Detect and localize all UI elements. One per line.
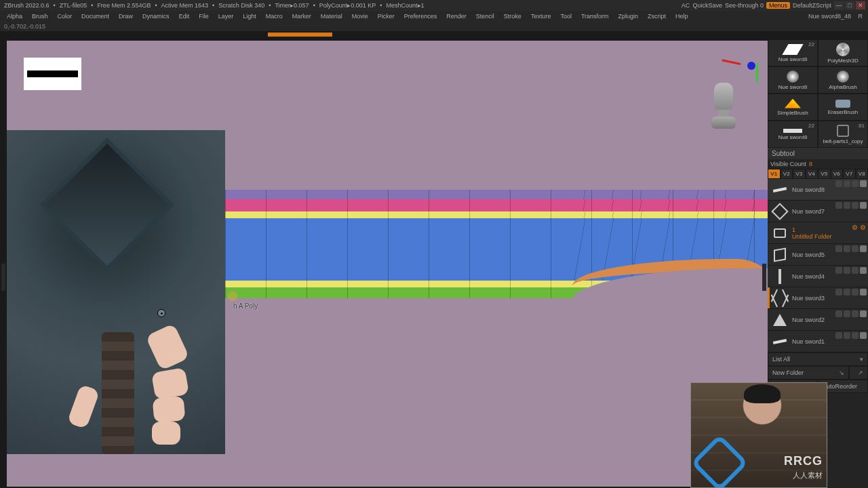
visible-count-row: Visible Count 8	[768, 159, 868, 169]
title-right: AC QuickSave See-through 0 Menus Default…	[682, 1, 865, 9]
subtool-item[interactable]: Nue sword2	[768, 309, 868, 331]
menu-transform[interactable]: Transform	[577, 12, 613, 20]
subtool-item[interactable]: Nue sword5	[768, 244, 868, 266]
menu-document[interactable]: Document	[77, 12, 113, 20]
list-all-button[interactable]: List All▾	[768, 352, 868, 366]
mesh-blade[interactable]: h A Poly	[225, 190, 768, 298]
eye-icon[interactable]	[860, 202, 867, 209]
scratch-disk: Scratch Disk 340	[217, 2, 266, 9]
subtool-folder[interactable]: 1Untitled Folder⚙⚙	[768, 222, 868, 244]
subtool-panel-title[interactable]: Subtool	[768, 148, 868, 159]
menu-preferences[interactable]: Preferences	[400, 12, 441, 20]
menu-movie[interactable]: Movie	[348, 12, 372, 20]
brush-cursor-icon	[157, 309, 165, 317]
eye-icon[interactable]	[860, 289, 867, 296]
menu-help[interactable]: Help	[671, 12, 692, 20]
brush-slot-4[interactable]: SimpleBrush	[768, 94, 818, 121]
axis-gizmo[interactable]	[722, 58, 755, 85]
brush-label: Nue sword8	[778, 56, 808, 62]
menu-file[interactable]: File	[195, 12, 213, 20]
folder-extra-button[interactable]: ↗	[849, 366, 868, 380]
tool-header[interactable]: Nue sword8_48 R	[806, 13, 865, 20]
blade-icon	[782, 44, 803, 55]
brush-slot-2[interactable]: Nue sword8	[768, 66, 818, 94]
subtool-item[interactable]: Nue sword7	[768, 201, 868, 222]
eye-icon[interactable]	[860, 245, 867, 252]
left-tray-handle[interactable]	[1, 264, 5, 291]
new-folder-button[interactable]: New Folder↘	[768, 366, 849, 380]
right-tray-handle[interactable]	[762, 264, 766, 291]
subtool-thumb-icon	[773, 338, 787, 344]
axis-z-icon	[747, 62, 755, 70]
menu-zscript[interactable]: Zscript	[644, 12, 670, 20]
spotlight-reference[interactable]	[7, 130, 225, 454]
top-shelf	[0, 31, 868, 39]
subtool-item[interactable]: Nue sword8	[768, 179, 868, 201]
vis-tab-v2[interactable]: V2	[781, 169, 793, 179]
subtool-name: Nue sword8	[792, 186, 868, 193]
menu-material[interactable]: Material	[317, 12, 347, 20]
menu-macro[interactable]: Macro	[262, 12, 287, 20]
menu-render[interactable]: Render	[442, 12, 471, 20]
menu-dynamics[interactable]: Dynamics	[138, 12, 174, 20]
orange-icon	[785, 99, 801, 108]
brush-slot-7[interactable]: 81belt-parts1_copy	[818, 121, 868, 148]
vis-tab-v6[interactable]: V6	[831, 169, 844, 179]
gear-icon[interactable]: ⚙	[852, 224, 859, 230]
subtool-item[interactable]: Nue sword1	[768, 331, 868, 352]
eye-icon[interactable]	[860, 332, 867, 339]
app-name: ZBrush 2022.0.6	[3, 2, 51, 9]
dot-icon	[837, 70, 849, 83]
close-button[interactable]: ✕	[856, 1, 865, 9]
gear-icon[interactable]: ⚙	[860, 224, 867, 230]
quicksave-button[interactable]: QuickSave	[692, 2, 722, 9]
eraser-icon	[835, 100, 850, 108]
menu-layer[interactable]: Layer	[214, 12, 238, 20]
vis-tab-v3[interactable]: V3	[793, 169, 806, 179]
menu-picker[interactable]: Picker	[374, 12, 399, 20]
camera-head-gizmo[interactable]	[710, 83, 737, 129]
brush-slot-0[interactable]: 22Nue sword8	[768, 39, 818, 66]
menu-tool[interactable]: Tool	[556, 12, 576, 20]
star-icon	[836, 43, 850, 56]
title-info: ZBrush 2022.0.6• ZTL-file05• Free Mem 2.…	[3, 2, 426, 9]
subtool-name: Nue sword7	[792, 208, 868, 215]
eye-icon[interactable]	[860, 310, 867, 317]
quick-sketch-thumb[interactable]	[24, 58, 81, 90]
menu-zplugin[interactable]: Zplugin	[614, 12, 643, 20]
brush-slot-6[interactable]: 22Nue sword8	[768, 121, 818, 148]
menu-draw[interactable]: Draw	[115, 12, 137, 20]
vis-tab-v8[interactable]: V8	[856, 169, 869, 179]
minimize-button[interactable]: —	[834, 1, 844, 9]
vis-tab-v5[interactable]: V5	[818, 169, 831, 179]
eye-icon[interactable]	[860, 180, 867, 187]
menu-light[interactable]: Light	[239, 12, 260, 20]
menu-alpha[interactable]: Alpha	[3, 12, 26, 20]
menu-texture[interactable]: Texture	[527, 12, 555, 20]
vis-tab-v4[interactable]: V4	[806, 169, 818, 179]
brush-label: belt-parts1_copy	[823, 138, 863, 144]
subtool-thumb-icon	[773, 291, 787, 305]
menu-stencil[interactable]: Stencil	[472, 12, 498, 20]
vis-tab-v1[interactable]: V1	[768, 169, 781, 179]
maximize-button[interactable]: □	[845, 1, 854, 9]
menu-brush[interactable]: Brush	[28, 12, 52, 20]
viewport[interactable]: h A Poly	[7, 41, 768, 487]
brush-slot-3[interactable]: AlphaBrush	[818, 66, 868, 94]
menu-marker[interactable]: Marker	[288, 12, 315, 20]
menus-toggle[interactable]: Menus	[766, 2, 790, 9]
vis-tab-v7[interactable]: V7	[843, 169, 856, 179]
brush-label: AlphaBrush	[829, 84, 856, 90]
ref-handle	[102, 332, 134, 454]
brush-slot-1[interactable]: PolyMesh3D	[818, 39, 868, 66]
menu-color[interactable]: Color	[54, 12, 77, 20]
menu-edit[interactable]: Edit	[175, 12, 194, 20]
seethrough-slider[interactable]: See-through 0	[725, 2, 764, 9]
menu-stroke[interactable]: Stroke	[500, 12, 526, 20]
brush-slot-5[interactable]: EraserBrush	[818, 94, 868, 121]
brush-label: EraserBrush	[828, 109, 858, 115]
default-zscript[interactable]: DefaultZScript	[793, 2, 831, 9]
eye-icon[interactable]	[860, 267, 867, 274]
subtool-item[interactable]: Nue sword4	[768, 266, 868, 287]
subtool-item[interactable]: Nue sword3	[768, 287, 868, 309]
